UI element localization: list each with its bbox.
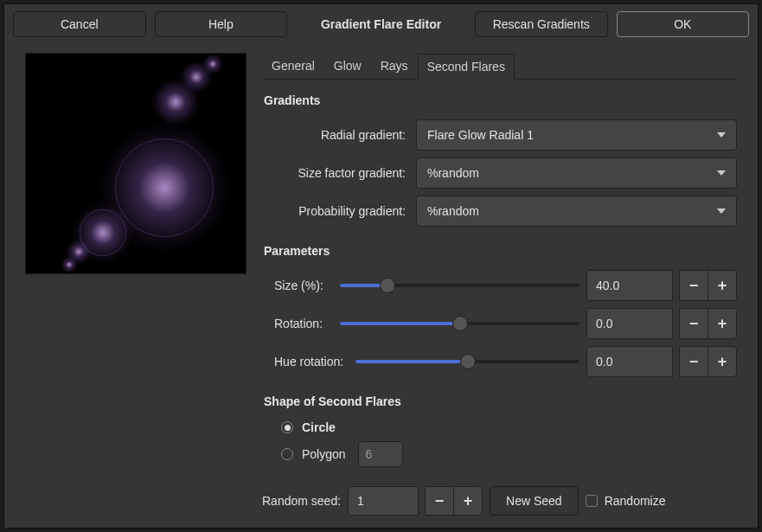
hue-increment-button[interactable]: + (708, 346, 737, 377)
randomize-checkbox[interactable] (586, 495, 598, 507)
tab-glow[interactable]: Glow (324, 53, 371, 79)
tab-rays[interactable]: Rays (371, 53, 418, 79)
window-title: Gradient Flare Editor (296, 17, 466, 31)
chevron-down-icon (717, 208, 726, 214)
size-gradient-label: Size factor gradient: (262, 166, 409, 180)
editor-window: Cancel Help Gradient Flare Editor Rescan… (3, 3, 759, 529)
circle-radio-label: Circle (302, 420, 336, 434)
size-slider[interactable] (340, 270, 580, 301)
preview-canvas (25, 53, 247, 274)
radial-gradient-select[interactable]: Flare Glow Radial 1 (416, 119, 737, 151)
random-seed-input[interactable]: 1 (348, 486, 419, 516)
ok-button[interactable]: OK (617, 11, 750, 37)
content-area: General Glow Rays Second Flares Gradient… (4, 44, 758, 531)
rotation-increment-button[interactable]: + (708, 308, 737, 339)
polygon-sides-input[interactable]: 6 (358, 441, 403, 467)
new-seed-button[interactable]: New Seed (490, 486, 579, 516)
probability-gradient-label: Probability gradient: (262, 204, 409, 218)
randomize-label: Randomize (605, 494, 666, 508)
parameters-heading: Parameters (264, 244, 737, 258)
hue-rotation-slider[interactable] (355, 346, 580, 377)
gradients-heading: Gradients (264, 93, 737, 107)
polygon-radio-label: Polygon (302, 447, 346, 461)
radial-gradient-value: Flare Glow Radial 1 (427, 128, 534, 142)
polygon-radio[interactable] (281, 448, 293, 460)
tab-second-flares[interactable]: Second Flares (418, 54, 515, 80)
chevron-down-icon (717, 132, 726, 138)
size-gradient-select[interactable]: %random (416, 157, 737, 189)
probability-gradient-select[interactable]: %random (416, 195, 737, 227)
size-label: Size (%): (262, 279, 333, 292)
size-increment-button[interactable]: + (708, 270, 737, 301)
rotation-value-input[interactable]: 0.0 (586, 308, 673, 339)
rotation-label: Rotation: (262, 317, 333, 330)
hue-decrement-button[interactable]: − (679, 346, 708, 377)
help-button[interactable]: Help (155, 11, 288, 37)
tab-general[interactable]: General (262, 53, 324, 79)
cancel-button[interactable]: Cancel (13, 11, 146, 37)
seed-decrement-button[interactable]: − (425, 486, 454, 516)
probability-gradient-value: %random (427, 204, 479, 218)
preview-column (25, 53, 250, 516)
radial-gradient-label: Radial gradient: (262, 128, 409, 142)
rotation-decrement-button[interactable]: − (679, 308, 708, 339)
rotation-slider[interactable] (340, 308, 580, 339)
size-decrement-button[interactable]: − (679, 270, 708, 301)
size-value-input[interactable]: 40.0 (586, 270, 673, 301)
shape-heading: Shape of Second Flares (264, 394, 737, 408)
hue-rotation-value-input[interactable]: 0.0 (586, 346, 673, 377)
circle-radio[interactable] (281, 421, 293, 433)
seed-increment-button[interactable]: + (453, 486, 483, 516)
toolbar: Cancel Help Gradient Flare Editor Rescan… (4, 4, 758, 44)
chevron-down-icon (717, 170, 726, 176)
settings-column: General Glow Rays Second Flares Gradient… (262, 53, 737, 516)
hue-rotation-label: Hue rotation: (262, 355, 349, 369)
rescan-button[interactable]: Rescan Gradients (475, 11, 608, 37)
random-seed-label: Random seed: (262, 494, 341, 508)
tabs: General Glow Rays Second Flares (262, 53, 737, 80)
size-gradient-value: %random (427, 166, 479, 180)
